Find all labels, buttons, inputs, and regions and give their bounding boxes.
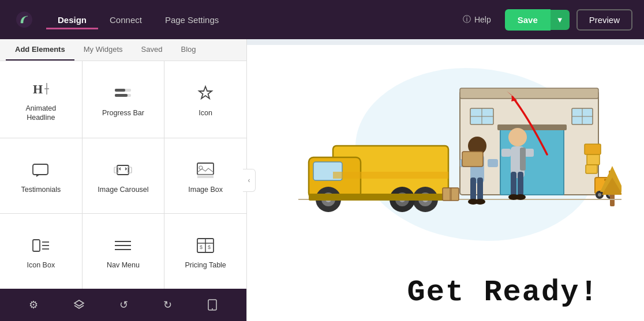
- image-box-icon: [195, 160, 216, 180]
- tab-my-widgets[interactable]: My Widgets: [74, 39, 132, 61]
- pricing-table-label: Pricing Table: [185, 260, 226, 270]
- svg-rect-4: [115, 89, 125, 92]
- svg-text:$: $: [200, 244, 203, 250]
- icon-widget-icon: [195, 83, 216, 104]
- testimonials-icon: [31, 160, 51, 180]
- tab-saved[interactable]: Saved: [132, 39, 172, 61]
- widget-icon[interactable]: Icon: [164, 61, 246, 138]
- svg-rect-8: [117, 165, 129, 175]
- icon-box-icon: [31, 235, 51, 256]
- svg-rect-73: [488, 159, 498, 167]
- preview-button[interactable]: Preview: [576, 9, 632, 31]
- pricing-table-icon: $ $: [195, 235, 216, 256]
- topbar: Design Connect Page Settings ⓘ Help Save…: [0, 0, 644, 39]
- nav-menu-icon: [113, 235, 133, 256]
- logo[interactable]: [12, 7, 37, 32]
- save-button[interactable]: Save: [505, 9, 551, 31]
- redo-icon[interactable]: ↻: [158, 295, 178, 315]
- svg-rect-10: [128, 167, 132, 173]
- widget-nav-menu[interactable]: Nav Menu: [83, 214, 164, 289]
- undo-icon[interactable]: ↺: [114, 295, 134, 315]
- widget-image-carousel[interactable]: Image Carousel: [83, 138, 164, 213]
- svg-rect-85: [520, 148, 526, 171]
- canvas-content: Get Ready!: [247, 45, 644, 321]
- svg-rect-87: [450, 188, 452, 201]
- svg-point-76: [475, 199, 485, 205]
- svg-rect-74: [462, 152, 483, 167]
- settings-icon[interactable]: ⚙: [23, 295, 44, 315]
- svg-marker-26: [74, 300, 84, 306]
- get-ready-text: Get Ready!: [407, 275, 599, 309]
- svg-rect-80: [518, 172, 523, 196]
- topbar-right: ⓘ Help Save ▼ Preview: [456, 9, 632, 31]
- animated-headline-icon: H: [31, 78, 51, 99]
- sidebar: Add Elements My Widgets Saved Blog H Ani…: [0, 39, 247, 321]
- progress-bar-icon: [113, 83, 133, 104]
- svg-rect-67: [309, 194, 447, 201]
- widget-progress-bar[interactable]: Progress Bar: [83, 61, 164, 138]
- svg-rect-41: [585, 144, 601, 154]
- image-carousel-icon: [113, 160, 133, 180]
- layers-icon[interactable]: [68, 296, 91, 314]
- tab-blog[interactable]: Blog: [171, 39, 205, 61]
- svg-rect-70: [470, 178, 476, 201]
- svg-point-47: [598, 193, 601, 197]
- image-carousel-label: Image Carousel: [98, 185, 148, 194]
- image-box-label: Image Box: [188, 185, 223, 194]
- help-button[interactable]: ⓘ Help: [456, 11, 498, 28]
- svg-rect-79: [511, 172, 516, 196]
- help-label: Help: [474, 15, 491, 24]
- svg-text:H: H: [33, 82, 43, 96]
- widget-animated-headline[interactable]: H AnimatedHeadline: [0, 61, 82, 138]
- progress-bar-label: Progress Bar: [102, 108, 144, 118]
- svg-rect-33: [497, 124, 567, 130]
- canvas-illustration: [247, 51, 638, 247]
- widget-icon-box[interactable]: Icon Box: [0, 214, 82, 289]
- animated-headline-label: AnimatedHeadline: [25, 104, 56, 123]
- testimonials-label: Testimonials: [21, 185, 61, 194]
- sidebar-collapse-button[interactable]: ‹: [243, 169, 256, 192]
- svg-point-77: [508, 128, 527, 146]
- svg-rect-6: [115, 94, 128, 97]
- widget-testimonials[interactable]: Testimonials: [0, 138, 82, 213]
- sidebar-bottom-toolbar: ⚙ ↺ ↻: [0, 289, 246, 321]
- help-circle-icon: ⓘ: [463, 14, 471, 25]
- widget-pricing-table[interactable]: $ $ Pricing Table: [164, 214, 246, 289]
- widgets-grid: H AnimatedHeadline Progr: [0, 61, 246, 289]
- svg-point-28: [212, 308, 213, 309]
- nav-menu-label: Nav Menu: [107, 260, 140, 270]
- widget-image-box[interactable]: Image Box: [164, 138, 246, 213]
- svg-rect-7: [33, 164, 48, 175]
- svg-rect-42: [586, 165, 597, 173]
- nav-page-settings[interactable]: Page Settings: [153, 10, 230, 29]
- svg-text:$: $: [208, 244, 211, 250]
- mobile-view-icon[interactable]: [201, 296, 223, 314]
- sidebar-tabs: Add Elements My Widgets Saved Blog: [0, 39, 246, 61]
- svg-rect-71: [477, 178, 483, 201]
- svg-rect-40: [587, 154, 600, 165]
- svg-rect-9: [114, 167, 118, 173]
- save-button-group: Save ▼: [505, 9, 570, 31]
- svg-rect-31: [460, 88, 598, 99]
- tab-add-elements[interactable]: Add Elements: [6, 39, 74, 61]
- svg-rect-81: [501, 149, 511, 157]
- svg-rect-66: [333, 172, 448, 179]
- save-dropdown-button[interactable]: ▼: [551, 10, 570, 30]
- svg-rect-14: [33, 240, 40, 251]
- icon-widget-label: Icon: [199, 108, 212, 118]
- nav-connect[interactable]: Connect: [98, 10, 153, 29]
- top-nav: Design Connect Page Settings: [46, 10, 456, 29]
- canvas-area: Get Ready!: [247, 39, 644, 321]
- nav-design[interactable]: Design: [46, 10, 98, 29]
- svg-rect-12: [197, 175, 214, 178]
- svg-point-84: [515, 194, 526, 200]
- main-area: Add Elements My Widgets Saved Blog H Ani…: [0, 39, 644, 321]
- svg-rect-82: [525, 149, 534, 157]
- icon-box-label: Icon Box: [27, 260, 55, 270]
